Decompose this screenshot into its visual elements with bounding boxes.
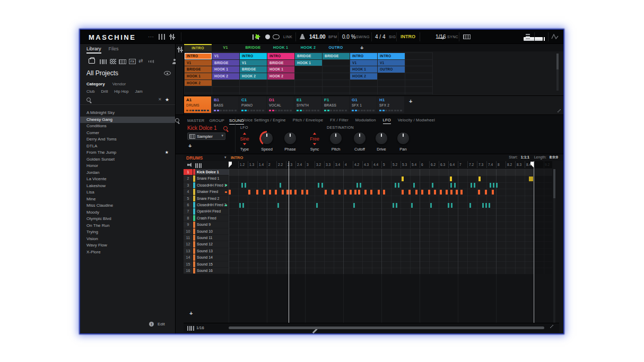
note-event[interactable]: [493, 183, 494, 188]
note-event[interactable]: [245, 183, 246, 188]
pattern-cell-h1-outro[interactable]: OUTRO: [378, 66, 405, 73]
track-row-8[interactable]: 8Crash Fired: [184, 215, 229, 222]
selector-sync[interactable]: Free: [303, 136, 326, 142]
note-event[interactable]: [354, 190, 356, 195]
note-event[interactable]: [294, 190, 297, 195]
note-event[interactable]: [471, 183, 472, 188]
link-button[interactable]: LINK: [283, 35, 292, 39]
time-signature-value[interactable]: 4 / 4: [375, 34, 385, 40]
track-row-14[interactable]: 14Sound 14: [184, 254, 229, 261]
pattern-cell-h1-v1[interactable]: V1: [378, 60, 405, 66]
note-event[interactable]: [402, 190, 404, 195]
knob-drive[interactable]: [376, 133, 387, 144]
note-event[interactable]: [398, 183, 399, 188]
track-row-13[interactable]: 13Sound 13: [184, 248, 229, 254]
track-name[interactable]: Sound 14: [197, 254, 228, 261]
keyboard-mode-icon[interactable]: [463, 34, 471, 39]
keyboard-icon[interactable]: [119, 59, 126, 64]
pattern-cell-d1-hook-1[interactable]: HOOK 1: [267, 66, 294, 73]
pattern-cell-a1-bridge[interactable]: BRIDGE: [185, 66, 212, 73]
browser-icon[interactable]: [159, 34, 165, 40]
pattern-cell-g1-v1[interactable]: V1: [350, 60, 377, 66]
pattern-cell-b1-v1[interactable]: V1: [212, 53, 239, 59]
track-name[interactable]: OpenHH Fired: [197, 208, 228, 215]
note-grid[interactable]: [229, 169, 552, 274]
project-item[interactable]: X-Plore: [80, 249, 175, 256]
pattern-cell-a1-intro[interactable]: INTRO: [185, 53, 212, 59]
favorites-filter-icon[interactable]: ★: [165, 97, 169, 102]
track-name[interactable]: Sound 9: [197, 222, 228, 228]
track-name[interactable]: ClosedHH Fired 1: [197, 182, 228, 189]
track-name[interactable]: Sound 16: [197, 268, 228, 274]
metronome-icon[interactable]: [300, 34, 305, 39]
project-item[interactable]: La Vicente: [80, 176, 175, 183]
pattern-cell-b1-bridge[interactable]: BRIDGE: [212, 60, 239, 66]
scene-tab-outro[interactable]: OUTRO: [322, 44, 350, 51]
pattern-cell-c1-v1[interactable]: V1: [240, 60, 267, 66]
note-event[interactable]: [370, 190, 372, 195]
pattern-cell-d1-intro[interactable]: INTRO: [267, 53, 294, 59]
scene-tab-hook-1[interactable]: HOOK 1: [267, 44, 294, 51]
grid-icon[interactable]: [110, 59, 116, 64]
favorite-star-icon[interactable]: ★: [165, 149, 169, 156]
group-tile-f1[interactable]: F1BRASS: [322, 96, 349, 113]
note-event[interactable]: [242, 203, 244, 208]
pattern-cell-h1-intro[interactable]: INTRO: [378, 53, 405, 59]
note-event[interactable]: [256, 190, 258, 195]
track-name[interactable]: Sound 12: [197, 241, 228, 248]
track-row-6[interactable]: 6ClosedHH Fired 2: [184, 202, 229, 208]
project-item[interactable]: Conditions: [80, 123, 175, 130]
arranger-view-icon[interactable]: [177, 47, 183, 52]
note-event[interactable]: [269, 190, 271, 195]
note-event[interactable]: [478, 190, 480, 195]
track-name[interactable]: Kick Dolce 1: [197, 169, 228, 175]
note-event[interactable]: [277, 203, 279, 208]
loop-button[interactable]: [273, 34, 280, 39]
track-name[interactable]: Sound 13: [197, 248, 228, 254]
track-name[interactable]: Snare Fired 2: [197, 196, 228, 202]
note-event[interactable]: [280, 183, 281, 188]
note-event[interactable]: [478, 176, 481, 181]
project-item[interactable]: Trying: [80, 229, 175, 236]
note-event[interactable]: [321, 183, 323, 188]
group-tile-h1[interactable]: H1SFX 2: [377, 96, 404, 113]
track-name[interactable]: Sound 11: [197, 235, 228, 241]
note-event[interactable]: [275, 190, 277, 195]
project-item[interactable]: Derry And Toms: [80, 136, 175, 143]
pattern-cell-e1-bridge[interactable]: BRIDGE: [295, 53, 322, 59]
track-row-5[interactable]: 5Snare Fired 2: [184, 196, 229, 202]
track-name[interactable]: Shaker Fired: [197, 189, 228, 195]
note-event[interactable]: [364, 190, 367, 195]
note-event[interactable]: [353, 203, 355, 208]
search-field[interactable]: ✕ ★: [80, 95, 175, 105]
note-event[interactable]: [325, 190, 327, 195]
note-event[interactable]: [248, 190, 250, 195]
menu-dots-button[interactable]: ···: [148, 34, 154, 40]
play-button[interactable]: [256, 34, 260, 39]
group-dropdown-chevron[interactable]: ▾: [224, 155, 227, 160]
note-event[interactable]: [301, 190, 303, 195]
note-event[interactable]: [290, 190, 292, 195]
note-event[interactable]: [492, 190, 494, 195]
track-name[interactable]: ClosedHH Fired 2: [197, 202, 228, 208]
tag-club[interactable]: Club: [86, 89, 94, 94]
knob-phase[interactable]: [284, 133, 296, 144]
project-item[interactable]: On The Run: [80, 223, 175, 229]
tag-jam[interactable]: Jam: [135, 89, 142, 94]
step-grid-icon[interactable]: [187, 326, 194, 331]
note-event[interactable]: [432, 183, 433, 188]
track-row-15[interactable]: 15Sound 15: [184, 261, 229, 268]
project-item[interactable]: Vision: [80, 236, 175, 243]
step-grid-value[interactable]: 1/16: [196, 325, 204, 330]
project-item[interactable]: A Midnight Sky: [80, 110, 175, 117]
note-event[interactable]: [482, 203, 484, 208]
project-item[interactable]: Moody: [80, 209, 175, 216]
note-event[interactable]: [411, 203, 413, 208]
note-event[interactable]: [454, 183, 456, 188]
signal-flow-icon[interactable]: [551, 34, 559, 39]
group-tile-d1[interactable]: D1VOCAL: [267, 96, 294, 113]
note-event[interactable]: [396, 203, 397, 208]
arranger-scrollbar[interactable]: [556, 54, 559, 91]
fx-icon[interactable]: FX: [129, 59, 136, 64]
project-item[interactable]: Honor: [80, 163, 175, 170]
